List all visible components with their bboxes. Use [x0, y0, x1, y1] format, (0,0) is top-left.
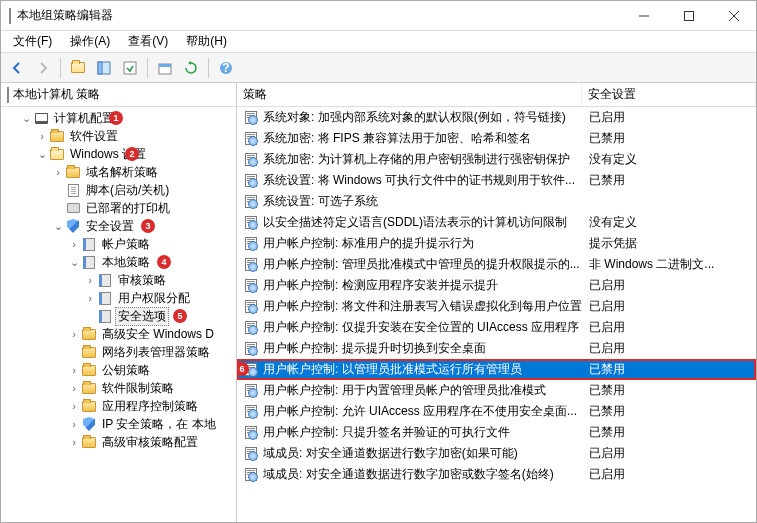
show-hide-tree-button[interactable]: [92, 56, 116, 80]
tree-item[interactable]: ›用户权限分配: [3, 289, 236, 307]
titlebar: 本地组策略编辑器: [1, 1, 756, 31]
tree-item[interactable]: ›域名解析策略: [3, 163, 236, 181]
column-policy[interactable]: 策略: [237, 83, 582, 106]
policy-name: 用户帐户控制: 以管理员批准模式运行所有管理员: [263, 361, 589, 378]
list-row[interactable]: 用户帐户控制: 以管理员批准模式运行所有管理员已禁用6: [237, 359, 756, 380]
content: 本地计算机 策略 ⌄计算机配置1›软件设置⌄Windows 设置2›域名解析策略…: [1, 83, 756, 522]
tree-item[interactable]: 安全选项5: [3, 307, 236, 325]
list-row[interactable]: 用户帐户控制: 管理员批准模式中管理员的提升权限提示的...非 Windows …: [237, 254, 756, 275]
expand-icon[interactable]: ›: [83, 274, 97, 286]
tree-item[interactable]: ⌄安全设置3: [3, 217, 236, 235]
window-title: 本地组策略编辑器: [17, 7, 113, 24]
app-icon: [9, 9, 11, 23]
tree-panel: 本地计算机 策略 ⌄计算机配置1›软件设置⌄Windows 设置2›域名解析策略…: [1, 83, 237, 522]
tree-item[interactable]: ⌄本地策略4: [3, 253, 236, 271]
tree-item[interactable]: ›帐户策略: [3, 235, 236, 253]
minimize-button[interactable]: [621, 1, 666, 31]
expand-icon[interactable]: ›: [67, 436, 81, 448]
list-row[interactable]: 系统加密: 将 FIPS 兼容算法用于加密、哈希和签名已禁用: [237, 128, 756, 149]
policy-icon: [243, 383, 259, 399]
svg-rect-5: [98, 62, 102, 74]
collapse-icon[interactable]: ⌄: [67, 256, 81, 269]
policy-name: 用户帐户控制: 标准用户的提升提示行为: [263, 235, 589, 252]
tree-item[interactable]: ›审核策略: [3, 271, 236, 289]
export-list-button[interactable]: [118, 56, 142, 80]
policy-icon: [243, 194, 259, 210]
refresh-button[interactable]: [179, 56, 203, 80]
expand-icon[interactable]: ›: [67, 328, 81, 340]
properties-button[interactable]: [153, 56, 177, 80]
policy-list[interactable]: 系统对象: 加强内部系统对象的默认权限(例如，符号链接)已启用系统加密: 将 F…: [237, 107, 756, 522]
expand-icon[interactable]: ›: [35, 130, 49, 142]
policy-setting: 非 Windows 二进制文...: [589, 256, 756, 273]
list-row[interactable]: 系统设置: 将 Windows 可执行文件中的证书规则用于软件...已禁用: [237, 170, 756, 191]
list-row[interactable]: 用户帐户控制: 将文件和注册表写入错误虚拟化到每用户位置已启用: [237, 296, 756, 317]
collapse-icon[interactable]: ⌄: [19, 112, 33, 125]
forward-button[interactable]: [31, 56, 55, 80]
policy-setting: 已启用: [589, 109, 756, 126]
tree-item[interactable]: 已部署的打印机: [3, 199, 236, 217]
tree-item[interactable]: ⌄Windows 设置2: [3, 145, 236, 163]
policy-name: 系统设置: 将 Windows 可执行文件中的证书规则用于软件...: [263, 172, 589, 189]
collapse-icon[interactable]: ⌄: [35, 148, 49, 161]
tree-item-label: 高级审核策略配置: [99, 433, 201, 452]
tree[interactable]: ⌄计算机配置1›软件设置⌄Windows 设置2›域名解析策略脚本(启动/关机)…: [1, 107, 236, 522]
list-row[interactable]: 系统加密: 为计算机上存储的用户密钥强制进行强密钥保护没有定义: [237, 149, 756, 170]
list-row[interactable]: 以安全描述符定义语言(SDDL)语法表示的计算机访问限制没有定义: [237, 212, 756, 233]
tree-item-label: 软件设置: [67, 127, 121, 146]
tree-item[interactable]: 脚本(启动/关机): [3, 181, 236, 199]
policy-icon: [243, 404, 259, 420]
list-row[interactable]: 用户帐户控制: 允许 UIAccess 应用程序在不使用安全桌面...已禁用: [237, 401, 756, 422]
expand-icon[interactable]: ›: [67, 418, 81, 430]
help-button[interactable]: ?: [214, 56, 238, 80]
tree-item[interactable]: ›高级安全 Windows D: [3, 325, 236, 343]
policy-name: 用户帐户控制: 仅提升安装在安全位置的 UIAccess 应用程序: [263, 319, 589, 336]
tree-header: 本地计算机 策略: [1, 83, 236, 107]
column-setting[interactable]: 安全设置: [582, 83, 756, 106]
list-row[interactable]: 用户帐户控制: 只提升签名并验证的可执行文件已禁用: [237, 422, 756, 443]
maximize-button[interactable]: [666, 1, 711, 31]
policy-setting: 已启用: [589, 466, 756, 483]
expand-icon[interactable]: ›: [67, 400, 81, 412]
tree-item[interactable]: ›应用程序控制策略: [3, 397, 236, 415]
policy-name: 用户帐户控制: 将文件和注册表写入错误虚拟化到每用户位置: [263, 298, 589, 315]
list-row[interactable]: 用户帐户控制: 标准用户的提升提示行为提示凭据: [237, 233, 756, 254]
back-button[interactable]: [5, 56, 29, 80]
tree-item[interactable]: ›高级审核策略配置: [3, 433, 236, 451]
list-row[interactable]: 用户帐户控制: 检测应用程序安装并提示提升已启用: [237, 275, 756, 296]
policy-icon: [243, 173, 259, 189]
list-row[interactable]: 用户帐户控制: 用于内置管理员帐户的管理员批准模式已禁用: [237, 380, 756, 401]
tree-item[interactable]: ›软件限制策略: [3, 379, 236, 397]
folder-o-icon: [49, 146, 65, 162]
expand-icon[interactable]: ›: [51, 166, 65, 178]
tree-item[interactable]: ›公钥策略: [3, 361, 236, 379]
folder-icon: [49, 128, 65, 144]
doc-icon: [65, 182, 81, 198]
tree-item[interactable]: 网络列表管理器策略: [3, 343, 236, 361]
close-button[interactable]: [711, 1, 756, 31]
list-row[interactable]: 用户帐户控制: 仅提升安装在安全位置的 UIAccess 应用程序已启用: [237, 317, 756, 338]
tree-item[interactable]: ›IP 安全策略，在 本地: [3, 415, 236, 433]
expand-icon[interactable]: ›: [67, 238, 81, 250]
tree-item[interactable]: ⌄计算机配置1: [3, 109, 236, 127]
expand-icon[interactable]: ›: [67, 364, 81, 376]
policy-icon: [243, 320, 259, 336]
policy-setting: 已启用: [589, 340, 756, 357]
expand-icon[interactable]: ›: [67, 382, 81, 394]
up-button[interactable]: [66, 56, 90, 80]
list-row[interactable]: 用户帐户控制: 提示提升时切换到安全桌面已启用: [237, 338, 756, 359]
list-row[interactable]: 域成员: 对安全通道数据进行数字加密(如果可能)已启用: [237, 443, 756, 464]
tree-item-label: 高级安全 Windows D: [99, 325, 217, 344]
menu-help[interactable]: 帮助(H): [178, 31, 235, 52]
list-row[interactable]: 系统设置: 可选子系统: [237, 191, 756, 212]
menu-file[interactable]: 文件(F): [5, 31, 60, 52]
collapse-icon[interactable]: ⌄: [51, 220, 65, 233]
list-row[interactable]: 域成员: 对安全通道数据进行数字加密或数字签名(始终)已启用: [237, 464, 756, 485]
expand-icon[interactable]: ›: [83, 292, 97, 304]
menu-view[interactable]: 查看(V): [120, 31, 176, 52]
list-row[interactable]: 系统对象: 加强内部系统对象的默认权限(例如，符号链接)已启用: [237, 107, 756, 128]
svg-text:?: ?: [222, 61, 229, 75]
shield-icon: [81, 416, 97, 432]
tree-item[interactable]: ›软件设置: [3, 127, 236, 145]
menu-action[interactable]: 操作(A): [62, 31, 118, 52]
